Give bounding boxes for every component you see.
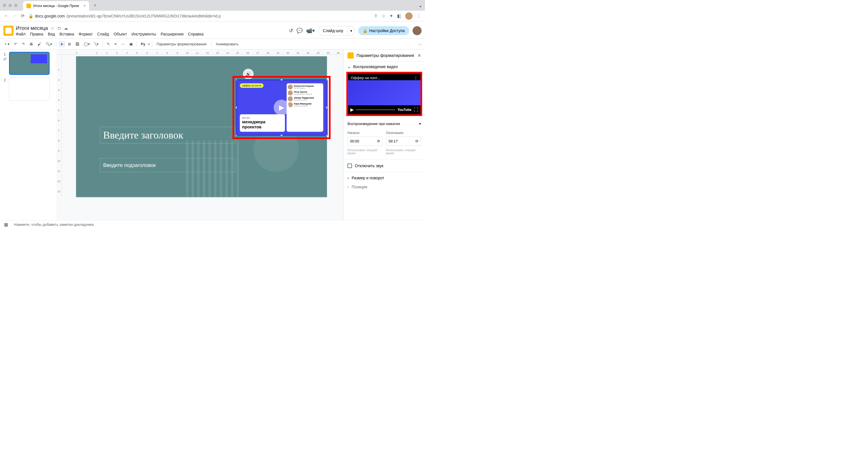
menu-object[interactable]: Объект (114, 32, 127, 36)
document-title[interactable]: Итоги месяца (16, 25, 48, 31)
shape-tool[interactable]: ◯▾ (82, 41, 92, 47)
image-tool[interactable]: 🖼 (74, 41, 81, 47)
move-icon[interactable]: 🗀 (57, 26, 61, 30)
py-button[interactable]: Py (139, 41, 147, 47)
start-time-input[interactable]: 00:00 ⟳ (347, 137, 383, 146)
slide-thumbnail-2[interactable] (9, 78, 50, 101)
resize-handle[interactable] (235, 79, 237, 80)
resize-handle[interactable] (326, 79, 328, 80)
mask-button[interactable]: ▣ (128, 41, 134, 47)
back-button[interactable]: ← (4, 13, 8, 19)
border-weight-button[interactable]: ≡ (113, 41, 118, 47)
play-icon[interactable]: ▶ (350, 107, 354, 112)
border-dash-button[interactable]: ⋯ (120, 41, 127, 47)
play-icon[interactable]: ▶ (274, 100, 289, 115)
reload-button[interactable]: ⟳ (21, 13, 25, 19)
refresh-icon[interactable]: ⟳ (415, 139, 418, 143)
slide[interactable]: 🔊 Введите заголовок Введите подзаголовок… (76, 56, 327, 197)
border-color-button[interactable]: ✎ (105, 41, 112, 47)
menu-file[interactable]: Файл (16, 32, 25, 36)
zoom-button[interactable]: 🔍▾ (44, 41, 54, 47)
chevron-down-icon[interactable]: ⌄ (418, 3, 422, 8)
title-placeholder[interactable]: Введите заголовок (100, 127, 235, 143)
comment-icon[interactable]: 💬 (297, 28, 303, 34)
history-icon[interactable]: ↺ (289, 28, 293, 34)
share-button[interactable]: 🔒 Настройки Доступа (358, 26, 409, 35)
video-badge: оффер на почте (240, 83, 264, 88)
camera-icon[interactable]: 📹▾ (306, 28, 315, 34)
slide-number: 2 (4, 78, 6, 82)
slideshow-button[interactable]: Слайд-шоу (318, 26, 348, 35)
animate-button[interactable]: Анимировать (214, 41, 241, 47)
select-tool[interactable]: ➤ (59, 41, 65, 47)
cloud-icon[interactable]: ☁ (64, 26, 68, 30)
preview-title: Оффер на почт... (351, 76, 380, 80)
menu-view[interactable]: Вид (48, 32, 55, 36)
mute-checkbox-row[interactable]: Отключить звук (344, 159, 425, 172)
sidepanel-icon[interactable]: ◧ (397, 13, 401, 19)
slideshow-dropdown[interactable]: ▾ (348, 26, 355, 35)
address-bar[interactable]: 🔒 docs.google.com/presentation/d/1-qp78z… (28, 14, 370, 18)
resize-handle[interactable] (280, 79, 283, 80)
subtitle-placeholder[interactable]: Введите подзаголовок (100, 158, 235, 172)
resize-handle[interactable] (235, 106, 237, 109)
resize-handle[interactable] (235, 135, 237, 136)
menu-format[interactable]: Формат (79, 32, 93, 36)
new-tab-button[interactable]: + (91, 1, 99, 9)
redo-button[interactable]: ↷ (20, 41, 27, 47)
profile-avatar[interactable] (405, 12, 412, 20)
chevron-down-icon: ⌄ (347, 64, 351, 69)
menu-tools[interactable]: Инструменты (132, 32, 156, 36)
section-position[interactable]: › Позиция (344, 183, 425, 193)
more-icon[interactable]: ⋮ (414, 76, 417, 80)
person-role: выпускник курса (294, 99, 314, 101)
resize-handle[interactable] (326, 106, 328, 109)
undo-button[interactable]: ↶ (12, 41, 19, 47)
collapse-toolbar-icon[interactable]: ︿ (418, 41, 422, 46)
end-time-input[interactable]: 59:17 ⟳ (386, 137, 421, 146)
chevron-down-icon: ▾ (419, 122, 421, 126)
new-slide-button[interactable]: + ▾ (3, 41, 11, 47)
grid-view-icon[interactable]: ▦ (4, 222, 8, 227)
line-tool[interactable]: ╲▾ (93, 41, 100, 47)
account-avatar[interactable] (412, 26, 422, 35)
fullscreen-icon[interactable]: ⛶ (414, 107, 418, 112)
forward-button[interactable]: → (12, 13, 17, 19)
window-controls[interactable] (3, 4, 18, 7)
section-size-rotation[interactable]: › Размер и поворот (344, 172, 425, 183)
refresh-icon[interactable]: ⟳ (377, 139, 380, 143)
resize-handle[interactable] (280, 135, 283, 136)
person-name: Елена Костицына (294, 85, 314, 87)
close-tab-icon[interactable]: × (84, 4, 86, 8)
paint-format-button[interactable]: 🖌 (36, 41, 43, 47)
speaker-notes-placeholder[interactable]: Нажмите, чтобы добавить заметки докладчи… (14, 223, 94, 227)
menu-help[interactable]: Справка (188, 32, 204, 36)
extensions-icon[interactable]: ✦ (390, 13, 393, 19)
format-options-button[interactable]: Параметры форматирования (154, 41, 209, 47)
video-object[interactable]: оффер на почте всё про менеджера проекто… (235, 79, 328, 136)
menu-insert[interactable]: Вставка (59, 32, 74, 36)
close-panel-icon[interactable]: ✕ (417, 53, 421, 58)
preview-highlight: Оффер на почт... ⋮ ▶ YouTube ⛶ (346, 72, 422, 116)
canvas[interactable]: 1123456789101112131415161718192021222324… (56, 49, 343, 220)
checkbox-icon[interactable] (347, 164, 352, 168)
browser-tab[interactable]: Итоги месяца - Google Презе × (23, 1, 89, 11)
resize-handle[interactable] (326, 135, 328, 136)
video-preview[interactable]: Оффер на почт... ⋮ ▶ YouTube ⛶ (348, 73, 421, 114)
star-icon[interactable]: ☆ (381, 13, 385, 19)
progress-bar[interactable] (356, 109, 395, 110)
section-video-playback[interactable]: ⌄ Воспроизведение видео (344, 62, 425, 72)
slide-thumbnail-1[interactable] (9, 52, 50, 75)
menu-edit[interactable]: Правка (30, 32, 43, 36)
menu-extensions[interactable]: Расширения (161, 32, 183, 36)
menu-slide[interactable]: Слайд (97, 32, 109, 36)
share-icon[interactable]: ⇧ (374, 13, 378, 19)
menu-icon[interactable]: ⋮ (416, 13, 421, 19)
print-button[interactable]: 🖶 (28, 41, 35, 47)
url-domain: docs.google.com (35, 14, 65, 18)
playback-mode-dropdown[interactable]: Воспроизведение при нажатии ▾ (347, 120, 421, 128)
slides-logo-icon[interactable] (3, 26, 13, 36)
textbox-tool[interactable]: ⊞ (66, 41, 73, 47)
star-icon[interactable]: ☆ (51, 26, 54, 30)
preview-body (348, 80, 421, 105)
